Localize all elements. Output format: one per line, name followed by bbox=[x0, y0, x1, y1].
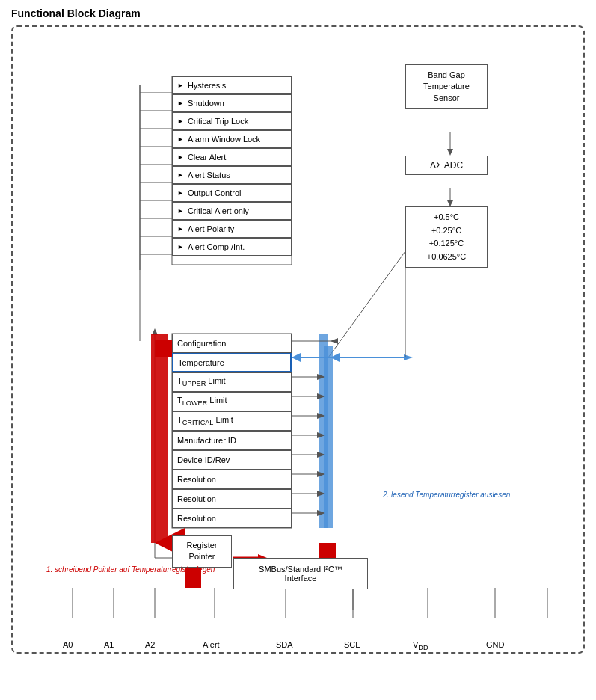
pin-a2: A2 bbox=[145, 640, 155, 649]
resolution-reg: Resolution bbox=[172, 470, 292, 489]
shutdown-item: Shutdown bbox=[172, 94, 292, 112]
device-id-rev-reg: Device ID/Rev bbox=[172, 450, 292, 470]
register-pointer-box: Register Pointer bbox=[172, 535, 232, 568]
annotation-write: 1. schreibend Pointer auf Temperaturregi… bbox=[46, 565, 215, 574]
band-gap-sensor-box: Band Gap Temperature Sensor bbox=[405, 64, 488, 109]
svg-rect-84 bbox=[151, 334, 168, 543]
pin-vdd: VDD bbox=[413, 640, 428, 651]
svg-marker-44 bbox=[447, 200, 453, 206]
diagram-container: Hysteresis Shutdown Critical Trip Lock A… bbox=[24, 42, 577, 618]
pin-sda: SDA bbox=[276, 640, 293, 649]
tlower-limit-reg: TLOWER Limit bbox=[172, 392, 292, 411]
pin-a1: A1 bbox=[104, 640, 114, 649]
svg-line-47 bbox=[328, 251, 405, 357]
resolution-box: +0.5°C +0.25°C +0.125°C +0.0625°C bbox=[405, 206, 488, 268]
page: Functional Block Diagram bbox=[0, 0, 596, 661]
pin-a0: A0 bbox=[63, 640, 73, 649]
svg-marker-46 bbox=[404, 354, 413, 360]
extra-reg: Resolution bbox=[172, 509, 292, 528]
output-control-item: Output Control bbox=[172, 184, 292, 202]
svg-marker-18 bbox=[292, 353, 301, 362]
annotation-read: 2. lesend Temperaturregister auslesen bbox=[383, 491, 510, 499]
svg-rect-38 bbox=[155, 340, 171, 357]
svg-marker-42 bbox=[447, 149, 453, 156]
svg-marker-19 bbox=[331, 353, 340, 362]
adc-box: ΔΣ ADC bbox=[405, 156, 488, 175]
outer-box: Hysteresis Shutdown Critical Trip Lock A… bbox=[11, 25, 585, 654]
hysteresis-item: Hysteresis bbox=[172, 76, 292, 94]
register-pointer-reg: Resolution bbox=[172, 489, 292, 509]
svg-marker-16 bbox=[331, 338, 338, 344]
critical-trip-lock-item: Critical Trip Lock bbox=[172, 112, 292, 130]
clear-alert-item: Clear Alert bbox=[172, 148, 292, 166]
config-list: Hysteresis Shutdown Critical Trip Lock A… bbox=[172, 76, 292, 256]
svg-marker-28 bbox=[317, 432, 325, 438]
tupper-limit-reg: TUPPER Limit bbox=[172, 372, 292, 392]
alert-status-item: Alert Status bbox=[172, 166, 292, 184]
tcritical-limit-reg: TCRITICAL Limit bbox=[172, 411, 292, 431]
pin-alert: Alert bbox=[203, 640, 220, 649]
svg-marker-26 bbox=[317, 413, 325, 419]
pin-scl: SCL bbox=[344, 640, 360, 649]
configuration-reg: Configuration bbox=[172, 334, 292, 353]
alert-polarity-item: Alert Polarity bbox=[172, 220, 292, 238]
svg-marker-30 bbox=[317, 452, 325, 458]
critical-alert-only-item: Critical Alert only bbox=[172, 202, 292, 220]
svg-marker-36 bbox=[317, 510, 325, 516]
manufacturer-id-reg: Manufacturer ID bbox=[172, 431, 292, 450]
alert-comp-int-item: Alert Comp./Int. bbox=[172, 238, 292, 256]
alarm-window-lock-item: Alarm Window Lock bbox=[172, 130, 292, 148]
register-block: Configuration Temperature TUPPER Limit T… bbox=[172, 334, 292, 528]
svg-marker-24 bbox=[317, 393, 325, 399]
page-title: Functional Block Diagram bbox=[11, 7, 585, 19]
temperature-reg: Temperature bbox=[172, 353, 292, 372]
pin-gnd: GND bbox=[486, 640, 504, 649]
svg-marker-54 bbox=[152, 328, 158, 335]
svg-marker-34 bbox=[317, 491, 325, 497]
smbus-box: SMBus/Standard I²C™ Interface bbox=[233, 558, 368, 589]
svg-marker-22 bbox=[317, 374, 325, 380]
svg-marker-32 bbox=[317, 471, 325, 477]
svg-rect-15 bbox=[319, 334, 328, 528]
